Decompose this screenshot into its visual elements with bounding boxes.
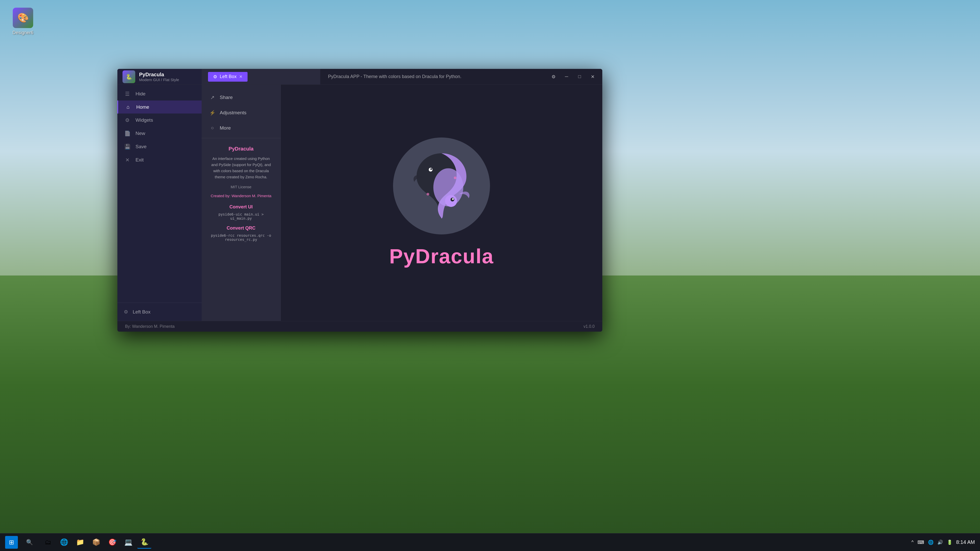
- nav-bottom-label: Left Box: [133, 309, 151, 315]
- minimize-button[interactable]: ─: [561, 72, 573, 81]
- menu-item-adjustments[interactable]: ⚡ Adjustments: [202, 105, 280, 121]
- nav-item-new[interactable]: 📄 New: [118, 127, 202, 140]
- nav-bottom: ⚙ Left Box: [118, 303, 202, 318]
- nav-item-home[interactable]: ⌂ Home: [118, 100, 202, 114]
- app-name: PyDracula: [139, 72, 197, 78]
- middle-panel: ↗ Share ⚡ Adjustments ○ More PyDracula A…: [202, 85, 281, 321]
- info-creator: Created by: Wanderson M. Pimenta: [209, 194, 273, 198]
- nav-hide-label: Hide: [135, 91, 145, 97]
- taskbar-app-store[interactable]: 📦: [89, 536, 103, 549]
- taskbar-keyboard-icon: ⌨: [918, 540, 924, 545]
- taskbar-app-files[interactable]: 🗂: [41, 536, 55, 549]
- more-label: More: [220, 125, 231, 131]
- app-title-info: PyDracula Modern GUI / Flat Style: [139, 72, 197, 82]
- taskbar-app-python[interactable]: 🐍: [137, 536, 151, 549]
- gear-icon: ⚙: [124, 309, 128, 315]
- clock: 8:14 AM: [956, 539, 975, 545]
- app-subtitle: Modern GUI / Flat Style: [139, 78, 197, 82]
- main-content: PyDracula: [281, 85, 602, 321]
- title-bar: 🐍 PyDracula Modern GUI / Flat Style ⚙ Le…: [118, 69, 602, 85]
- settings-icon: ⚙: [213, 74, 217, 79]
- hamburger-icon: ☰: [124, 91, 131, 97]
- widgets-icon: ⚙: [124, 117, 131, 123]
- title-description: PyDracula APP - Theme with colors based …: [320, 74, 548, 79]
- convert-qrc-title: Convert QRC: [209, 225, 273, 231]
- nav-item-exit[interactable]: ✕ Exit: [118, 153, 202, 167]
- nav-sidebar: ☰ Hide ⌂ Home ⚙ Widgets 📄 New 💾: [118, 85, 202, 321]
- share-icon: ↗: [209, 94, 216, 100]
- maximize-button[interactable]: □: [574, 72, 585, 81]
- info-panel: PyDracula An interface created using Pyt…: [202, 138, 280, 254]
- nav-home-label: Home: [136, 104, 149, 110]
- taskbar-network-icon[interactable]: 🌐: [928, 540, 934, 545]
- search-button[interactable]: 🔍: [22, 536, 37, 549]
- adjustments-icon: ⚡: [209, 110, 216, 116]
- convert-ui-title: Convert UI: [209, 204, 273, 210]
- exit-icon: ✕: [124, 157, 131, 163]
- desktop: 🎨 Designer6 🐍 PyDracula Modern GUI / Fla…: [0, 0, 980, 551]
- nav-item-save[interactable]: 💾 Save: [118, 140, 202, 153]
- taskbar-battery-icon: 🔋: [947, 540, 953, 545]
- taskbar-app-terminal[interactable]: 💻: [121, 536, 135, 549]
- taskbar-app-browser[interactable]: 🌐: [57, 536, 71, 549]
- convert-ui-cmd: pyside6-uic main.ui > ui_main.py: [209, 212, 273, 221]
- left-box-label-text: Left Box: [220, 74, 237, 79]
- info-title: PyDracula: [209, 146, 273, 152]
- settings-button[interactable]: ⚙: [548, 72, 559, 81]
- left-box-close-icon[interactable]: ✕: [239, 74, 242, 79]
- logo-svg: [401, 145, 482, 227]
- save-icon: 💾: [124, 144, 131, 150]
- menu-item-more[interactable]: ○ More: [202, 121, 280, 135]
- taskbar-right: ^ ⌨ 🌐 🔊 🔋 8:14 AM: [912, 539, 975, 545]
- info-license: MIT License: [209, 185, 273, 189]
- nav-widgets-label: Widgets: [135, 118, 153, 123]
- status-right: v1.0.0: [584, 324, 595, 329]
- taskbar-app-explorer[interactable]: 📁: [73, 536, 87, 549]
- svg-point-3: [445, 195, 457, 207]
- logo-container: PyDracula: [389, 138, 493, 268]
- svg-point-5: [430, 168, 432, 170]
- close-button[interactable]: ✕: [587, 72, 598, 81]
- new-icon: 📄: [124, 130, 131, 137]
- designer6-label: Designer6: [13, 30, 33, 35]
- svg-point-9: [454, 176, 457, 179]
- app-body: ☰ Hide ⌂ Home ⚙ Widgets 📄 New 💾: [118, 85, 602, 321]
- taskbar-volume-icon[interactable]: 🔊: [937, 540, 943, 545]
- nav-save-label: Save: [135, 144, 146, 149]
- svg-point-8: [426, 193, 429, 196]
- nav-item-widgets[interactable]: ⚙ Widgets: [118, 114, 202, 127]
- desktop-icon-designer6[interactable]: 🎨 Designer6: [8, 8, 38, 35]
- logo-circle: [393, 138, 490, 234]
- nav-item-hide[interactable]: ☰ Hide: [118, 87, 202, 100]
- convert-qrc-cmd: pyside6-rcc resources.qrc -o resources_r…: [209, 233, 273, 241]
- status-left: By: Wanderson M. Pimenta: [125, 324, 175, 329]
- taskbar-app-xbox[interactable]: 🎯: [105, 536, 119, 549]
- left-box-tab[interactable]: ⚙ Left Box ✕: [208, 72, 248, 82]
- taskbar-time[interactable]: 8:14 AM: [956, 539, 975, 545]
- share-label: Share: [220, 95, 233, 100]
- logo-text: PyDracula: [389, 245, 493, 268]
- designer6-icon: 🎨: [13, 8, 33, 28]
- app-window: 🐍 PyDracula Modern GUI / Flat Style ⚙ Le…: [118, 69, 602, 332]
- app-sidebar-header: 🐍 PyDracula Modern GUI / Flat Style: [118, 69, 202, 84]
- info-description: An interface created using Python and Py…: [209, 156, 273, 180]
- status-bar: By: Wanderson M. Pimenta v1.0.0: [118, 321, 602, 332]
- more-icon: ○: [209, 125, 216, 131]
- nav-bottom-leftbox[interactable]: ⚙ Left Box: [118, 305, 202, 318]
- home-icon: ⌂: [124, 104, 132, 110]
- start-button[interactable]: ⊞: [5, 536, 18, 549]
- nav-new-label: New: [135, 130, 145, 136]
- menu-item-share[interactable]: ↗ Share: [202, 90, 280, 105]
- svg-point-7: [452, 198, 454, 200]
- adjustments-label: Adjustments: [220, 110, 247, 116]
- nav-exit-label: Exit: [135, 157, 144, 163]
- taskbar-chevron-up-icon[interactable]: ^: [912, 540, 913, 545]
- title-middle: ⚙ Left Box ✕: [202, 69, 320, 84]
- app-logo: 🐍: [123, 70, 135, 83]
- window-controls: ⚙ ─ □ ✕: [548, 72, 602, 81]
- taskbar-apps: 🗂 🌐 📁 📦 🎯 💻 🐍: [41, 536, 912, 549]
- taskbar: ⊞ 🔍 🗂 🌐 📁 📦 🎯 💻 🐍 ^ ⌨ 🌐 🔊 🔋 8:14 AM: [0, 533, 980, 551]
- svg-point-2: [426, 165, 438, 177]
